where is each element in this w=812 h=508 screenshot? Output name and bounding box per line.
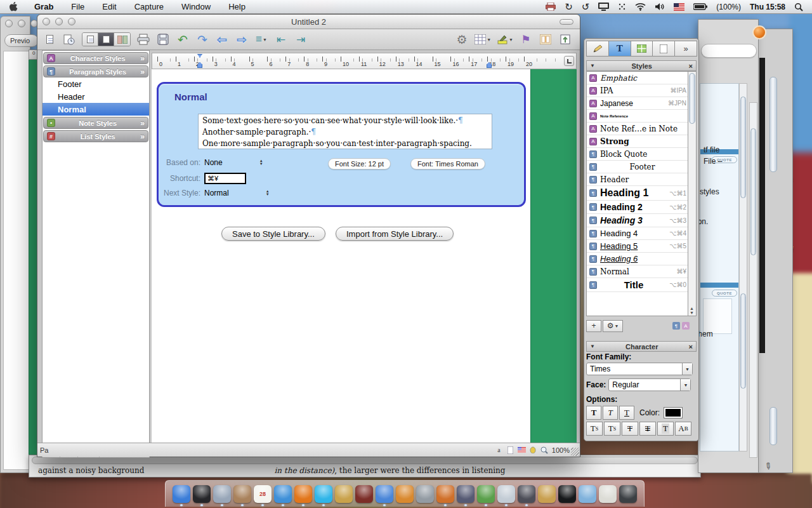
menu-clock[interactable]: Thu 15:58 [750,3,785,11]
menu-file[interactable]: File [62,2,93,11]
dock-finder[interactable] [173,485,190,503]
face-select[interactable]: Regular ▼ [608,378,691,391]
bold-button[interactable]: T [586,406,601,420]
next-style-stepper[interactable]: ▲▼ [266,190,270,196]
bookmark-icon[interactable]: ⚑ [519,32,533,47]
view-segments[interactable] [82,32,131,46]
zoom-loupe-icon[interactable] [540,446,549,454]
toolbar-toggle-button[interactable] [560,19,573,25]
style-sample-box[interactable]: Some·text·goes·here·so·you·can·see·what·… [198,114,492,149]
styles-panel-header[interactable]: ▼ Styles × [586,60,697,71]
more-tools-tab[interactable]: » [674,41,697,57]
zoom-level[interactable]: 100% [552,446,570,454]
outdent-icon[interactable]: ⇤ [274,32,288,47]
caps-button[interactable]: AB [675,422,691,436]
dock-iphoto[interactable] [396,485,414,503]
add-style-button[interactable]: + [586,320,601,332]
scrollbar-thumb[interactable] [750,128,756,255]
chevron-down-icon[interactable]: ▼ [682,363,692,375]
dock-itunes[interactable] [376,485,393,503]
scrollbar-thumb[interactable] [740,97,746,198]
search-field[interactable] [701,44,757,58]
first-line-indent-marker[interactable] [197,54,202,58]
chevron-right-icon[interactable]: » [140,132,145,141]
dock-notes[interactable] [599,485,617,503]
chevron-right-icon[interactable]: » [140,67,145,76]
font-family-select[interactable]: Times ▼ [586,363,693,375]
input-language-flag-icon[interactable] [674,1,684,13]
strikethrough-button[interactable]: T [622,422,638,436]
dock-firefox[interactable] [294,485,312,503]
wifi-icon[interactable] [635,1,646,13]
based-on-value[interactable]: None [204,158,223,167]
underline-button[interactable]: T [619,406,634,420]
resize-grip[interactable] [571,448,579,456]
section-character-styles[interactable]: A Character Styles » [43,52,148,64]
style-item-footer[interactable]: ¶ Footer [587,161,689,173]
dock-box-blue[interactable] [579,485,596,503]
undo-icon[interactable]: ↶ [176,32,190,47]
paragraph-filter-icon[interactable]: ¶ [672,322,680,330]
style-item-block-quote[interactable]: ¶ Block Quote [587,148,689,161]
font-preview-icon[interactable]: a [495,446,503,454]
style-item-strong[interactable]: A Strong [587,135,689,148]
color-well[interactable] [664,407,683,418]
ruler[interactable]: 01234567891011121314151617181920 [152,53,577,69]
scrollbar-thumb[interactable] [769,77,777,172]
drawer-icon[interactable] [43,32,56,47]
scrollbar[interactable] [739,83,747,451]
style-item-heading-5[interactable]: ¶ Heading 5 ⌥⌘5 [587,240,689,253]
redo-icon[interactable]: ↷ [195,32,209,47]
style-item-title[interactable]: ¶ Title ⌥⌘0 [587,278,689,292]
save-icon[interactable] [156,32,170,47]
keyboard-dots-icon[interactable] [618,1,626,13]
scroll-arrows[interactable]: ▲▼ [690,306,694,315]
drawer-item-header[interactable]: Header [43,90,149,103]
dock-writer[interactable] [457,485,475,503]
dock-calculator[interactable] [416,485,434,503]
dock-sphere[interactable] [619,485,637,503]
based-on-stepper[interactable]: ▲▼ [259,159,263,166]
italic-button[interactable]: T [603,406,618,420]
forward-icon[interactable]: ⇨ [235,32,249,47]
style-item-heading-4[interactable]: ¶ Heading 4 ⌥⌘4 [587,227,689,240]
back-icon[interactable]: ⇦ [215,32,229,47]
dock-activity-monitor[interactable] [558,485,576,503]
scrollbar-thumb[interactable] [689,73,695,124]
drawer-item-normal[interactable]: Normal [43,103,149,116]
character-filter-icon[interactable]: A [682,322,690,330]
style-item-japanese[interactable]: A Japanese ⌘JPN [587,97,689,110]
highlight-button[interactable]: T [657,422,674,436]
print-queue-icon[interactable] [546,1,556,13]
scrollbar[interactable] [749,102,757,458]
zoom-button[interactable] [68,18,75,25]
character-panel-header[interactable]: ▼ Character × [586,341,697,352]
close-panel-icon[interactable]: × [689,343,693,351]
dock-ical[interactable]: 28 [254,485,272,503]
menu-capture[interactable]: Capture [126,2,173,11]
shortcut-input[interactable] [204,173,246,184]
pencil-tool-tab[interactable] [586,41,609,57]
section-list-styles[interactable]: # List Styles » [43,130,148,142]
printer-icon[interactable] [136,32,150,47]
dock-safari[interactable] [274,485,292,503]
table-icon[interactable]: ▼ [475,32,491,47]
superscript-button[interactable]: TS [604,422,620,436]
menu-grab[interactable]: Grab [25,2,62,11]
info-clock-icon[interactable] [62,32,76,47]
dock-grab[interactable] [518,485,535,503]
spotlight-icon[interactable] [794,1,803,13]
next-style-value[interactable]: Normal [204,189,229,197]
chevron-down-icon[interactable]: ▼ [680,379,690,391]
collapse-triangle-icon[interactable]: ▼ [590,344,595,349]
drawer-item-footer[interactable]: Footer [43,77,149,90]
dock-mail[interactable] [213,485,231,503]
dock-chart[interactable] [477,485,495,503]
style-item-normal[interactable]: ¶ Normal ⌘¥ [587,265,689,278]
minimize-button[interactable] [55,18,63,25]
import-from-library-button[interactable]: Import from Style Library... [336,227,454,241]
scrollbar-thumb[interactable] [769,407,777,445]
menu-edit[interactable]: Edit [93,2,125,11]
volume-icon[interactable] [655,1,665,13]
style-item-heading-2[interactable]: ¶ Heading 2 ⌥⌘2 [587,201,689,214]
